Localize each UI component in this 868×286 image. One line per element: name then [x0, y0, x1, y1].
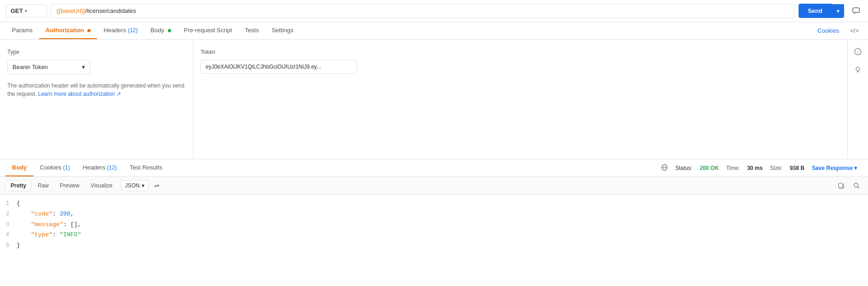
- send-button[interactable]: Send: [799, 4, 832, 18]
- wrap-icon[interactable]: ⇌: [154, 182, 160, 189]
- svg-point-10: [854, 183, 858, 187]
- code-line-2: 2 "code": 200,: [0, 209, 868, 220]
- info-icon[interactable]: i: [851, 45, 864, 58]
- line-num-5: 5: [0, 241, 17, 250]
- globe-icon[interactable]: [661, 164, 668, 172]
- svg-text:i: i: [858, 49, 859, 54]
- svg-rect-9: [839, 183, 843, 187]
- line-content-3: "message": [],: [17, 220, 81, 230]
- url-base: {{baseUrl}}: [57, 7, 85, 14]
- response-tab-headers[interactable]: Headers (12): [76, 159, 123, 176]
- tab-pre-request[interactable]: Pre-request Script: [178, 22, 239, 39]
- code-body-icons: [835, 180, 862, 192]
- tab-tests[interactable]: Tests: [238, 22, 265, 39]
- line-content-5: }: [17, 241, 20, 251]
- line-content-1: {: [17, 199, 20, 209]
- search-icon[interactable]: [851, 180, 862, 192]
- response-tabs-left: Body Cookies (1) Headers (12) Test Resul…: [6, 159, 169, 176]
- tab-settings[interactable]: Settings: [265, 22, 300, 39]
- size-label: Size:: [770, 165, 782, 171]
- line-num-1: 1: [0, 199, 17, 208]
- svg-rect-4: [857, 71, 859, 72]
- body-dot: [168, 29, 171, 32]
- comment-icon[interactable]: [850, 5, 862, 18]
- view-preview-button[interactable]: Preview: [55, 181, 84, 191]
- code-line-1: 1 {: [0, 198, 868, 209]
- format-label: JSON: [125, 182, 140, 189]
- send-dropdown-button[interactable]: ▾: [832, 4, 844, 18]
- method-label: GET: [11, 7, 23, 14]
- size-value: 938 B: [790, 165, 805, 171]
- send-btn-group: Send ▾: [799, 4, 844, 18]
- top-bar: GET ▾ {{baseUrl}}/license/candidates Sen…: [0, 0, 868, 22]
- auth-left-panel: Type Bearer Token ▾ The authorization he…: [0, 40, 193, 159]
- status-value: 200 OK: [700, 165, 719, 171]
- code-line-3: 3 "message": [],: [0, 220, 868, 230]
- time-value: 30 ms: [747, 165, 763, 171]
- time-label: Time:: [726, 165, 740, 171]
- method-chevron-icon: ▾: [25, 8, 27, 13]
- auth-right-panel: Token: [193, 40, 847, 159]
- svg-line-11: [857, 187, 859, 188]
- svg-rect-0: [853, 8, 859, 12]
- request-tabs-left: Params Authorization Headers (12) Body P…: [6, 22, 300, 39]
- authorization-dot: [87, 29, 91, 32]
- line-content-4: "type": "INFO": [17, 230, 81, 240]
- view-visualize-button[interactable]: Visualize: [86, 181, 117, 191]
- copy-icon[interactable]: [835, 180, 847, 192]
- method-select[interactable]: GET ▾: [6, 4, 47, 18]
- code-line-4: 4 "type": "INFO": [0, 230, 868, 240]
- learn-more-link[interactable]: Learn more about authorization ↗: [38, 91, 121, 97]
- type-select-chevron-icon: ▾: [82, 64, 85, 70]
- top-icons: [850, 5, 862, 18]
- side-icons: i: [847, 40, 868, 159]
- code-toolbar: Pretty Raw Preview Visualize JSON ▾ ⇌: [0, 177, 868, 195]
- token-label: Token: [201, 49, 840, 55]
- save-response-button[interactable]: Save Response ▾: [812, 165, 857, 171]
- type-select[interactable]: Bearer Token ▾: [7, 60, 90, 74]
- code-icon[interactable]: </>: [846, 23, 862, 39]
- tab-params[interactable]: Params: [6, 22, 39, 39]
- token-input[interactable]: [201, 60, 357, 74]
- response-tab-test-results[interactable]: Test Results: [123, 159, 169, 176]
- tab-authorization[interactable]: Authorization: [39, 22, 97, 39]
- response-tab-cookies[interactable]: Cookies (1): [34, 159, 76, 176]
- view-raw-button[interactable]: Raw: [33, 181, 53, 191]
- response-tabs-row: Body Cookies (1) Headers (12) Test Resul…: [0, 159, 868, 177]
- authorization-content: Type Bearer Token ▾ The authorization he…: [0, 40, 868, 159]
- status-label: Status:: [675, 165, 692, 171]
- request-tabs-row: Params Authorization Headers (12) Body P…: [0, 22, 868, 40]
- lightbulb-icon[interactable]: [851, 64, 864, 76]
- response-section: Body Cookies (1) Headers (12) Test Resul…: [0, 159, 868, 286]
- line-num-2: 2: [0, 210, 17, 219]
- view-pretty-button[interactable]: Pretty: [6, 180, 31, 191]
- format-select[interactable]: JSON ▾: [121, 180, 149, 191]
- type-select-value: Bearer Token: [12, 64, 48, 70]
- format-chevron-icon: ▾: [142, 182, 144, 189]
- type-label: Type: [7, 49, 185, 55]
- tab-headers[interactable]: Headers (12): [97, 22, 144, 39]
- response-status-bar: Status: 200 OK Time: 30 ms Size: 938 B S…: [655, 160, 862, 176]
- code-line-5: 5 }: [0, 240, 868, 251]
- line-content-2: "code": 200,: [17, 210, 74, 219]
- url-bar[interactable]: {{baseUrl}}/license/candidates: [51, 4, 795, 18]
- svg-point-3: [856, 67, 860, 71]
- response-tab-body[interactable]: Body: [6, 159, 34, 176]
- url-path: /license/candidates: [85, 7, 136, 14]
- auto-note: The authorization header will be automat…: [7, 82, 185, 98]
- cookies-link[interactable]: Cookies: [814, 23, 843, 39]
- line-num-4: 4: [0, 231, 17, 239]
- code-area: 1 { 2 "code": 200, 3 "message": [], 4 "t…: [0, 195, 868, 286]
- line-num-3: 3: [0, 221, 17, 229]
- tab-body[interactable]: Body: [144, 22, 177, 39]
